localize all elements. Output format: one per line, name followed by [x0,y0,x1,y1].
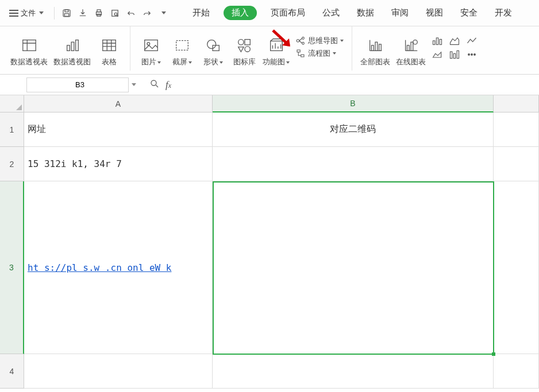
svg-point-42 [151,80,156,86]
svg-rect-27 [371,45,374,51]
cell-A3[interactable]: ht s://pl s.w .cn onl eW k [24,181,213,354]
chevron-down-icon [333,52,336,55]
svg-rect-34 [436,38,438,45]
pivot-table-button[interactable]: 数据透视表 [10,36,48,71]
mindmap-button[interactable]: 思维导图 [295,36,344,46]
flowchart-button[interactable]: 流程图 [295,48,344,59]
cell-C1[interactable] [494,112,539,147]
smart-chart-button[interactable]: 功能图 [263,36,290,71]
cell-B1[interactable]: 对应二维码 [213,112,494,147]
save-icon[interactable] [60,7,73,20]
shapes-label: 形状 [203,57,218,67]
more-charts-button[interactable] [466,49,479,60]
picture-button[interactable]: 图片 [138,36,164,71]
print-preview-icon[interactable] [109,7,121,20]
cell-C3[interactable] [494,181,539,354]
all-charts-icon [365,36,385,55]
col-header-B[interactable]: B [213,95,494,112]
shapes-button[interactable]: 形状 [201,36,226,71]
table-label: 表格 [102,57,117,67]
svg-rect-29 [379,44,382,51]
row-header-4[interactable]: 4 [0,354,24,389]
mindmap-label: 思维导图 [308,36,338,46]
tab-page-layout[interactable]: 页面布局 [267,5,309,21]
divider [54,7,55,20]
fx-label[interactable]: fx [165,79,171,91]
name-box-input[interactable] [32,80,128,89]
cell-A1[interactable]: 网址 [24,112,213,147]
tab-security[interactable]: 安全 [457,5,481,21]
pivot-table-icon [20,36,39,55]
pivot-table-label: 数据透视表 [10,57,48,67]
svg-rect-19 [245,40,250,45]
pivot-chart-button[interactable]: 数据透视图 [53,36,91,71]
column-chart-button[interactable] [449,49,461,60]
chevron-down-icon [132,83,136,86]
print-icon[interactable] [93,7,105,20]
online-chart-button[interactable]: 在线图表 [396,36,426,71]
tab-review[interactable]: 审阅 [388,5,412,21]
svg-rect-12 [103,40,116,51]
file-menu[interactable]: 文件 [5,6,48,21]
tab-view[interactable]: 视图 [422,5,446,21]
svg-rect-10 [71,42,74,51]
select-all-corner[interactable] [0,95,24,112]
svg-point-40 [471,53,473,55]
redo-dropdown[interactable] [157,7,170,20]
cell-B4[interactable] [213,354,494,389]
chevron-down-icon [157,61,161,64]
cell-A2[interactable]: 15 312i k1, 34r 7 [24,147,213,181]
tab-start[interactable]: 开始 [189,5,213,21]
tab-formula[interactable]: 公式 [319,5,343,21]
spreadsheet-grid: A B 1 2 3 4 网址 对应二维码 15 312i k1, 34r 7 h… [0,95,539,392]
svg-rect-38 [457,51,459,58]
tab-dev[interactable]: 开发 [491,5,515,21]
quick-access-toolbar: 文件 开始 插入 页面布局 公式 数据 审阅 视图 安全 开发 [0,0,539,26]
chevron-down-icon [161,11,166,14]
svg-rect-11 [75,40,78,51]
row-header-2[interactable]: 2 [0,147,24,181]
svg-point-20 [245,46,250,52]
redo-icon[interactable] [141,7,153,20]
bar-chart-button[interactable] [432,36,444,46]
all-charts-button[interactable]: 全部图表 [360,36,390,71]
name-box[interactable] [26,77,129,92]
cell-B2[interactable] [213,147,494,181]
cell-A4[interactable] [24,354,213,389]
smart-chart-label: 功能图 [263,57,285,67]
svg-point-16 [207,40,216,49]
lookup-icon[interactable] [149,79,160,91]
area-chart-button[interactable] [432,49,444,60]
chevron-down-icon [340,40,344,42]
svg-rect-37 [453,53,455,58]
icons-button[interactable]: 图标库 [232,36,257,71]
export-icon[interactable] [76,7,89,20]
pivot-chart-label: 数据透视图 [53,57,91,67]
svg-rect-1 [65,10,68,12]
formula-bar: fx [0,75,539,95]
row-header-1[interactable]: 1 [0,112,24,147]
ribbon-chart-button[interactable] [449,36,461,46]
cell-B3[interactable] [213,181,494,354]
screenshot-button[interactable]: 截屏 [170,36,195,71]
cell-C2[interactable] [494,147,539,181]
smart-chart-icon [267,36,286,55]
undo-icon[interactable] [125,7,137,20]
cell-C4[interactable] [494,354,539,389]
svg-point-18 [238,40,244,45]
tab-data[interactable]: 数据 [353,5,378,21]
tab-insert[interactable]: 插入 [224,6,257,20]
picture-icon [141,36,161,55]
cells-area[interactable]: 网址 对应二维码 15 312i k1, 34r 7 ht s://pl s.w… [24,112,539,392]
row-header-3[interactable]: 3 [0,181,24,354]
col-header-A[interactable]: A [24,95,213,112]
svg-rect-35 [440,39,441,44]
table-button[interactable]: 表格 [97,36,122,71]
svg-point-14 [147,42,150,45]
svg-point-24 [302,42,305,44]
ribbon: 数据透视表 数据透视图 表格 图片 截屏 [0,26,539,75]
svg-rect-8 [22,40,36,51]
col-header-C[interactable] [494,95,539,112]
line-chart-button[interactable] [466,36,479,46]
picture-label: 图片 [141,57,156,67]
